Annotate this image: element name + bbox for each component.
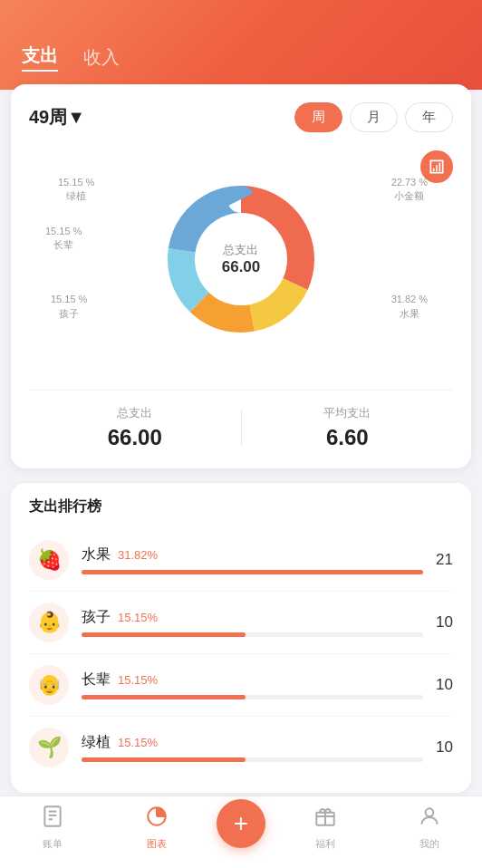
chart-icon bbox=[145, 805, 169, 834]
nav-label-mine: 我的 bbox=[419, 837, 439, 851]
nav-label-ledger: 账单 bbox=[43, 837, 63, 851]
ranking-info-fruit: 水果 31.82% bbox=[82, 545, 423, 574]
ranking-icon-child: 👶 bbox=[29, 603, 69, 642]
nav-label-welfare: 福利 bbox=[315, 837, 335, 851]
stat-total-label: 总支出 bbox=[29, 405, 241, 421]
nav-item-chart[interactable]: 图表 bbox=[105, 805, 210, 851]
stat-total-value: 66.00 bbox=[29, 425, 241, 450]
period-buttons: 周 月 年 bbox=[294, 102, 453, 132]
ranking-amount-fruit: 21 bbox=[436, 551, 453, 569]
donut-center-value: 66.00 bbox=[222, 258, 261, 276]
ranking-bar-bg-elder bbox=[82, 695, 423, 699]
ranking-section: 支出排行榜 🍓 水果 31.82% 21 👶 孩子 15.15% bbox=[11, 483, 471, 793]
period-current: 49周▼ bbox=[29, 105, 85, 130]
ranking-bar-fill-child bbox=[82, 632, 246, 637]
ranking-amount-child: 10 bbox=[436, 613, 453, 632]
ranking-bar-fill-plant bbox=[82, 757, 246, 762]
stat-total: 总支出 66.00 bbox=[29, 405, 241, 450]
stat-avg-value: 6.60 bbox=[242, 425, 454, 450]
period-btn-month[interactable]: 月 bbox=[350, 102, 398, 132]
stat-avg-label: 平均支出 bbox=[242, 405, 454, 421]
main-card: 49周▼ 周 月 年 15.15 % 绿植 15.15 % 长辈 bbox=[11, 84, 471, 468]
chart-label-fruit: 31.82 % 水果 bbox=[391, 293, 428, 321]
chart-label-greenplant: 15.15 % 绿植 bbox=[58, 176, 94, 204]
chart-label-elder: 15.15 % 长辈 bbox=[45, 225, 82, 253]
ranking-name-fruit: 水果 bbox=[82, 545, 111, 564]
nav-item-welfare[interactable]: 福利 bbox=[273, 805, 378, 851]
ranking-pct-elder: 15.15% bbox=[118, 673, 158, 687]
ranking-icon-fruit: 🍓 bbox=[29, 540, 69, 580]
chart-label-smallamt: 22.73 % 小金额 bbox=[391, 176, 428, 204]
ranking-title: 支出排行榜 bbox=[29, 497, 453, 516]
svg-point-13 bbox=[426, 808, 434, 816]
header: 支出 收入 bbox=[0, 0, 482, 90]
stat-avg: 平均支出 6.60 bbox=[242, 405, 454, 450]
ranking-item-fruit[interactable]: 🍓 水果 31.82% 21 bbox=[29, 529, 453, 592]
chart-label-child: 15.15 % 孩子 bbox=[51, 293, 87, 321]
add-button[interactable]: + bbox=[217, 799, 265, 848]
nav-item-mine[interactable]: 我的 bbox=[378, 805, 483, 851]
ranking-item-plant[interactable]: 🌱 绿植 15.15% 10 bbox=[29, 717, 453, 778]
ranking-pct-fruit: 31.82% bbox=[118, 548, 158, 562]
ranking-icon-plant: 🌱 bbox=[29, 728, 69, 767]
period-row: 49周▼ 周 月 年 bbox=[29, 102, 453, 132]
mine-icon bbox=[418, 805, 441, 834]
donut-center: 总支出 66.00 bbox=[222, 242, 261, 276]
ranking-name-child: 孩子 bbox=[82, 608, 111, 627]
ranking-item-child[interactable]: 👶 孩子 15.15% 10 bbox=[29, 592, 453, 654]
welfare-icon bbox=[313, 805, 337, 834]
svg-rect-5 bbox=[44, 806, 60, 826]
period-btn-week[interactable]: 周 bbox=[294, 102, 342, 132]
ranking-name-plant: 绿植 bbox=[82, 733, 111, 752]
bottom-nav: 账单 图表 + 福利 bbox=[0, 796, 482, 868]
ranking-bar-bg-fruit bbox=[82, 570, 423, 574]
ranking-amount-elder: 10 bbox=[436, 676, 453, 694]
ranking-pct-child: 15.15% bbox=[118, 611, 158, 624]
ranking-bar-bg-child bbox=[82, 632, 423, 637]
period-label[interactable]: 49周▼ bbox=[29, 105, 85, 130]
ranking-item-elder[interactable]: 👴 长辈 15.15% 10 bbox=[29, 654, 453, 717]
ranking-name-elder: 长辈 bbox=[82, 670, 111, 690]
stats-row: 总支出 66.00 平均支出 6.60 bbox=[29, 390, 453, 450]
chart-area: 15.15 % 绿植 15.15 % 长辈 15.15 % 孩子 22.73 %… bbox=[29, 150, 453, 368]
ranking-info-plant: 绿植 15.15% bbox=[82, 733, 423, 762]
ranking-bar-fill-fruit bbox=[82, 570, 423, 574]
ranking-amount-plant: 10 bbox=[436, 738, 453, 757]
tab-expense[interactable]: 支出 bbox=[22, 43, 58, 72]
tab-income[interactable]: 收入 bbox=[83, 45, 120, 70]
ranking-info-elder: 长辈 15.15% bbox=[82, 670, 423, 699]
donut-center-label: 总支出 bbox=[222, 242, 261, 258]
donut-chart: 总支出 66.00 bbox=[141, 159, 341, 359]
nav-item-ledger[interactable]: 账单 bbox=[0, 805, 105, 851]
ranking-icon-elder: 👴 bbox=[29, 665, 69, 705]
ranking-bar-bg-plant bbox=[82, 757, 423, 762]
ranking-pct-plant: 15.15% bbox=[118, 736, 158, 749]
period-btn-year[interactable]: 年 bbox=[405, 102, 453, 132]
ranking-bar-fill-elder bbox=[82, 695, 246, 699]
ledger-icon bbox=[41, 805, 64, 834]
ranking-info-child: 孩子 15.15% bbox=[82, 608, 423, 637]
nav-item-add[interactable]: + bbox=[209, 799, 273, 857]
nav-label-chart: 图表 bbox=[147, 837, 167, 851]
